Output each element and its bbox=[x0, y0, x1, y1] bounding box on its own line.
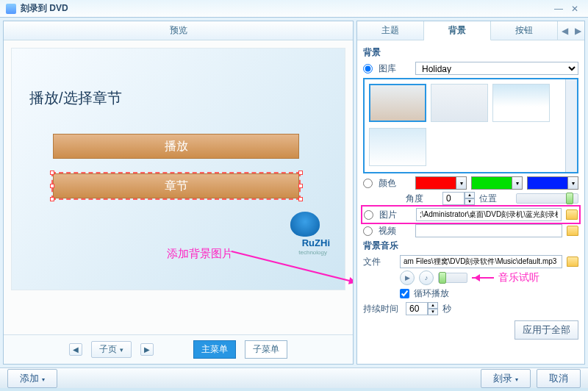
selection-handle[interactable] bbox=[50, 197, 54, 201]
bg-thumb-1[interactable] bbox=[369, 84, 426, 122]
seconds-label: 秒 bbox=[442, 303, 475, 315]
radio-color[interactable] bbox=[363, 179, 373, 188]
loop-label: 循环播放 bbox=[414, 287, 449, 300]
minimize-button[interactable]: — bbox=[551, 3, 566, 15]
ruzhi-logo bbox=[290, 212, 320, 237]
color-swatch-blue[interactable]: ▾ bbox=[527, 176, 578, 190]
annotation-add-bg: 添加背景图片 bbox=[167, 247, 233, 261]
annotation-arrow-2 bbox=[472, 277, 494, 279]
nav-next-button[interactable]: ▶ bbox=[140, 343, 154, 356]
music-path-input[interactable] bbox=[400, 255, 562, 268]
bottom-bar: 添加▾ 刻录▾ 取消 bbox=[0, 367, 588, 388]
selection-handle[interactable] bbox=[298, 171, 303, 175]
tab-background[interactable]: 背景 bbox=[424, 21, 491, 40]
tab-sub-menu[interactable]: 子菜单 bbox=[245, 340, 287, 359]
preview-header: 预览 bbox=[4, 21, 353, 40]
tab-scroll-right[interactable]: ▶ bbox=[571, 21, 584, 40]
window-title: 刻录到 DVD bbox=[21, 2, 550, 15]
title-bar: 刻录到 DVD — ✕ bbox=[0, 0, 588, 18]
settings-panel: 主题 背景 按钮 ◀ ▶ 背景 图库 Holiday 颜色 bbox=[356, 21, 585, 365]
bg-thumb-3[interactable] bbox=[492, 84, 550, 122]
picture-label: 图片 bbox=[379, 209, 412, 221]
radio-gallery[interactable] bbox=[363, 64, 373, 73]
apply-all-button[interactable]: 应用于全部 bbox=[514, 320, 578, 340]
spin-down[interactable]: ▼ bbox=[428, 309, 438, 315]
duration-label: 持续时间 bbox=[363, 303, 401, 315]
nav-prev-button[interactable]: ◀ bbox=[69, 343, 82, 356]
bg-thumb-2[interactable] bbox=[431, 84, 488, 122]
video-label: 视频 bbox=[379, 225, 411, 237]
tab-scroll-left[interactable]: ◀ bbox=[558, 21, 571, 40]
close-button[interactable]: ✕ bbox=[567, 3, 582, 15]
color-swatch-green[interactable]: ▾ bbox=[471, 176, 523, 190]
music-progress[interactable] bbox=[438, 273, 467, 283]
preview-area[interactable]: CD-ROM 播放/选择章节 播放 章节 RuZHi technology 添加… bbox=[4, 40, 353, 334]
cancel-button[interactable]: 取消 bbox=[537, 369, 581, 388]
annotation-music-preview: 音乐试听 bbox=[498, 271, 539, 284]
preview-panel: 预览 CD-ROM 播放/选择章节 播放 章节 RuZHi technology… bbox=[3, 21, 354, 365]
file-label: 文件 bbox=[363, 256, 395, 268]
thumb-scrollbar[interactable] bbox=[565, 79, 577, 172]
loop-checkbox[interactable] bbox=[400, 289, 409, 298]
color-swatch-red[interactable]: ▾ bbox=[415, 176, 467, 190]
preview-nav: ◀ 子页 ▾ ▶ 主菜单 子菜单 bbox=[4, 334, 353, 364]
add-button[interactable]: 添加▾ bbox=[7, 369, 57, 388]
nav-subpage-button[interactable]: 子页 ▾ bbox=[91, 341, 131, 358]
browse-video-icon[interactable] bbox=[567, 226, 578, 236]
bg-section-title: 背景 bbox=[363, 46, 578, 59]
play-select-title[interactable]: 播放/选择章节 bbox=[29, 88, 122, 108]
position-slider[interactable] bbox=[516, 193, 578, 204]
spin-up[interactable]: ▲ bbox=[428, 302, 438, 309]
play-music-button[interactable]: ▶ bbox=[400, 270, 415, 285]
menu-play-button[interactable]: 播放 bbox=[53, 134, 299, 159]
selection-handle[interactable] bbox=[50, 171, 54, 175]
radio-picture[interactable] bbox=[364, 210, 373, 220]
spin-up[interactable]: ▲ bbox=[465, 192, 475, 198]
browse-picture-icon[interactable] bbox=[566, 209, 578, 220]
spin-down[interactable]: ▼ bbox=[465, 198, 475, 205]
picture-path-input[interactable] bbox=[416, 208, 562, 221]
ruzhi-logo-text: RuZHi bbox=[302, 237, 330, 248]
tab-button[interactable]: 按钮 bbox=[491, 21, 558, 40]
position-label: 位置 bbox=[479, 193, 512, 205]
gallery-label: 图库 bbox=[379, 62, 411, 75]
browse-music-icon[interactable] bbox=[567, 257, 578, 267]
music-section-title: 背景音乐 bbox=[363, 240, 578, 252]
radio-video[interactable] bbox=[363, 226, 373, 236]
selection-handle[interactable] bbox=[298, 197, 303, 201]
ruzhi-logo-subtext: technology bbox=[298, 249, 327, 256]
angle-input[interactable] bbox=[442, 192, 465, 205]
tab-main-menu[interactable]: 主菜单 bbox=[193, 340, 236, 359]
selection-handle[interactable] bbox=[298, 184, 303, 188]
gallery-select[interactable]: Holiday bbox=[415, 62, 578, 75]
tab-theme[interactable]: 主题 bbox=[357, 21, 424, 40]
angle-label: 角度 bbox=[406, 193, 438, 205]
duration-spinner[interactable]: ▲▼ bbox=[406, 302, 438, 315]
thumbnail-grid bbox=[363, 78, 578, 173]
video-path-input[interactable] bbox=[415, 224, 562, 237]
burn-button[interactable]: 刻录▾ bbox=[481, 369, 531, 388]
app-icon bbox=[6, 4, 16, 14]
menu-chapter-button[interactable]: 章节 bbox=[53, 173, 299, 198]
stop-music-button[interactable]: ♪ bbox=[419, 270, 434, 285]
selection-handle[interactable] bbox=[50, 184, 54, 188]
color-label: 颜色 bbox=[379, 177, 411, 190]
bg-thumb-4[interactable] bbox=[369, 128, 426, 166]
settings-tabs: 主题 背景 按钮 ◀ ▶ bbox=[357, 21, 584, 40]
angle-spinner[interactable]: ▲▼ bbox=[442, 192, 475, 205]
duration-input[interactable] bbox=[406, 302, 428, 315]
